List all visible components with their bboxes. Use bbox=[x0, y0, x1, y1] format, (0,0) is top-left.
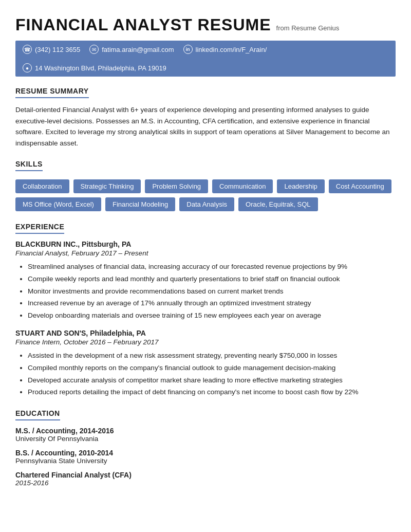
experience-section: EXPERIENCE BLACKBURN INC., Pittsburgh, P… bbox=[15, 223, 396, 397]
list-item: Develop onboarding materials and oversee… bbox=[28, 310, 396, 321]
list-item: Compile weekly reports and lead monthly … bbox=[28, 273, 396, 285]
list-item: Streamlined analyses of financial data, … bbox=[28, 261, 396, 272]
edu-entry: Chartered Financial Analyst (CFA)2015-20… bbox=[15, 471, 396, 487]
edu-degree: B.S. / Accounting, 2010-2014 bbox=[15, 449, 396, 457]
skills-grid: CollaborationStrategic ThinkingProblem S… bbox=[15, 179, 396, 211]
from-label: from Resume Genius bbox=[276, 24, 340, 32]
skills-title: SKILLS bbox=[15, 160, 43, 171]
skill-tag: Financial Modeling bbox=[105, 197, 175, 211]
job-company: BLACKBURN INC., Pittsburgh, PA bbox=[15, 240, 396, 248]
edu-school: University Of Pennsylvania bbox=[15, 435, 396, 443]
summary-text: Detail-oriented Financial Analyst with 6… bbox=[15, 104, 396, 149]
education-title: EDUCATION bbox=[15, 409, 60, 420]
summary-section: RESUME SUMMARY Detail-oriented Financial… bbox=[15, 87, 396, 149]
list-item: Assisted in the development of a new ris… bbox=[28, 350, 396, 361]
job-entry: BLACKBURN INC., Pittsburgh, PAFinancial … bbox=[15, 240, 396, 321]
education-section: EDUCATION M.S. / Accounting, 2014-2016Un… bbox=[15, 409, 396, 487]
contact-address: ● 14 Washington Blvd, Philadelphia, PA 1… bbox=[23, 63, 166, 72]
experience-title: EXPERIENCE bbox=[15, 223, 64, 234]
list-item: Developed accurate analysis of competito… bbox=[28, 375, 396, 386]
job-bullets: Assisted in the development of a new ris… bbox=[28, 350, 396, 397]
job-role: Financial Analyst, February 2017 – Prese… bbox=[15, 249, 396, 257]
email-icon: ✉ bbox=[89, 45, 99, 54]
contact-phone: ☎ (342) 112 3655 bbox=[23, 45, 80, 54]
summary-title: RESUME SUMMARY bbox=[15, 87, 89, 98]
skill-tag: Cost Accounting bbox=[329, 179, 391, 193]
skill-tag: Communication bbox=[212, 179, 273, 193]
contact-email: ✉ fatima.arain@gmail.com bbox=[89, 45, 174, 54]
list-item: Produced reports detailing the impact of… bbox=[28, 387, 396, 398]
skill-tag: Oracle, Equitrak, SQL bbox=[238, 197, 317, 211]
skill-tag: Leadership bbox=[277, 179, 324, 193]
edu-entry: M.S. / Accounting, 2014-2016University O… bbox=[15, 427, 396, 443]
skill-tag: MS Office (Word, Excel) bbox=[15, 197, 101, 211]
skill-tag: Problem Solving bbox=[145, 179, 208, 193]
edu-degree: Chartered Financial Analyst (CFA) bbox=[15, 471, 396, 479]
contact-bar: ☎ (342) 112 3655 ✉ fatima.arain@gmail.co… bbox=[15, 41, 396, 77]
location-icon: ● bbox=[23, 63, 32, 72]
contact-linkedin: in linkedin.com/in/F_Arain/ bbox=[183, 45, 267, 54]
job-bullets: Streamlined analyses of financial data, … bbox=[28, 261, 396, 321]
linkedin-icon: in bbox=[183, 45, 193, 54]
phone-icon: ☎ bbox=[23, 45, 32, 54]
skill-tag: Strategic Thinking bbox=[73, 179, 141, 193]
list-item: Increased revenue by an average of 17% a… bbox=[28, 298, 396, 309]
edu-degree: M.S. / Accounting, 2014-2016 bbox=[15, 427, 396, 435]
job-company: STUART AND SON'S, Philadelphia, PA bbox=[15, 329, 396, 337]
resume-title: FINANCIAL ANALYST RESUME bbox=[15, 15, 271, 34]
skill-tag: Data Analysis bbox=[179, 197, 234, 211]
list-item: Monitor investments and provide recommen… bbox=[28, 286, 396, 297]
skill-tag: Collaboration bbox=[15, 179, 69, 193]
skills-section: SKILLS CollaborationStrategic ThinkingPr… bbox=[15, 160, 396, 211]
edu-entry: B.S. / Accounting, 2010-2014Pennsylvania… bbox=[15, 449, 396, 465]
list-item: Compiled monthly reports on the company'… bbox=[28, 362, 396, 374]
job-role: Finance Intern, October 2016 – February … bbox=[15, 338, 396, 346]
edu-school: 2015-2016 bbox=[15, 479, 396, 487]
job-entry: STUART AND SON'S, Philadelphia, PAFinanc… bbox=[15, 329, 396, 397]
edu-school: Pennsylvania State University bbox=[15, 457, 396, 465]
resume-header: FINANCIAL ANALYST RESUME from Resume Gen… bbox=[15, 15, 396, 34]
